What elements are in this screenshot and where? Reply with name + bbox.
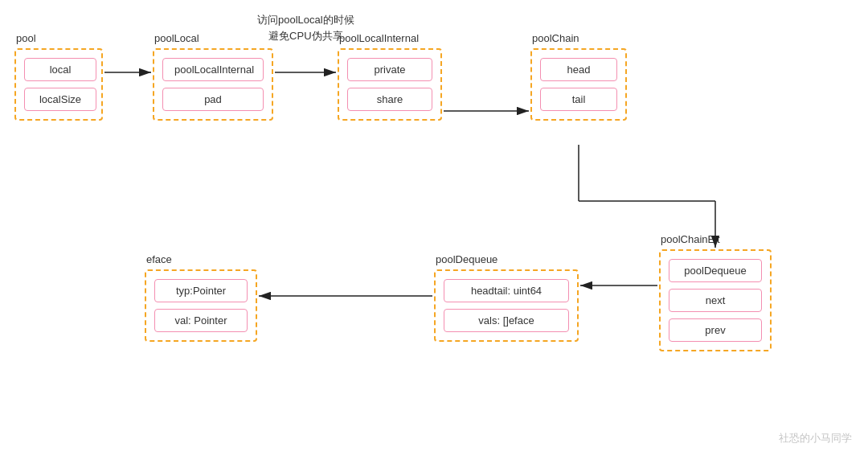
poolchainelt-struct: poolChainElt poolDequeue next prev: [659, 249, 772, 351]
pool-label: pool: [16, 32, 36, 44]
watermark: 社恐的小马同学: [779, 431, 852, 446]
pooldequeue-label: poolDequeue: [436, 253, 497, 265]
pooldequeue-struct: poolDequeue headtail: uint64 vals: []efa…: [434, 269, 579, 342]
poolchainelt-field-prev: prev: [669, 318, 762, 342]
eface-field-typ: typ:Pointer: [154, 279, 248, 302]
pooldequeue-field-headtail: headtail: uint64: [444, 279, 569, 302]
poolchainelt-field-next: next: [669, 289, 762, 312]
eface-label: eface: [146, 253, 172, 265]
polocalinternal-struct: poolLocalInternal private share: [338, 48, 442, 121]
poollocal-field-internal: poolLocalInternal: [162, 58, 264, 81]
poollocal-struct: poolLocal poolLocalInternal pad: [153, 48, 273, 121]
poolchainelt-label: poolChainElt: [661, 233, 720, 245]
poolchain-struct: poolChain head tail: [530, 48, 627, 121]
poolchain-label: poolChain: [532, 32, 579, 44]
eface-struct: eface typ:Pointer val: Pointer: [145, 269, 257, 342]
pool-struct: pool local localSize: [14, 48, 103, 121]
polocalinternal-field-private: private: [347, 58, 432, 81]
diagram: 访问poolLocal的时候 避免CPU伪共享 pool local local…: [0, 0, 868, 460]
poolchain-field-head: head: [540, 58, 617, 81]
polocalinternal-label: poolLocalInternal: [339, 32, 419, 44]
pool-field-local: local: [24, 58, 96, 81]
poolchain-field-tail: tail: [540, 88, 617, 111]
poollocal-field-pad: pad: [162, 88, 264, 111]
polocalinternal-field-share: share: [347, 88, 432, 111]
poolchainelt-field-dequeue: poolDequeue: [669, 259, 762, 282]
eface-field-val: val: Pointer: [154, 309, 248, 332]
pooldequeue-field-vals: vals: []eface: [444, 309, 569, 332]
poollocal-label: poolLocal: [154, 32, 199, 44]
pool-field-localsize: localSize: [24, 88, 96, 111]
